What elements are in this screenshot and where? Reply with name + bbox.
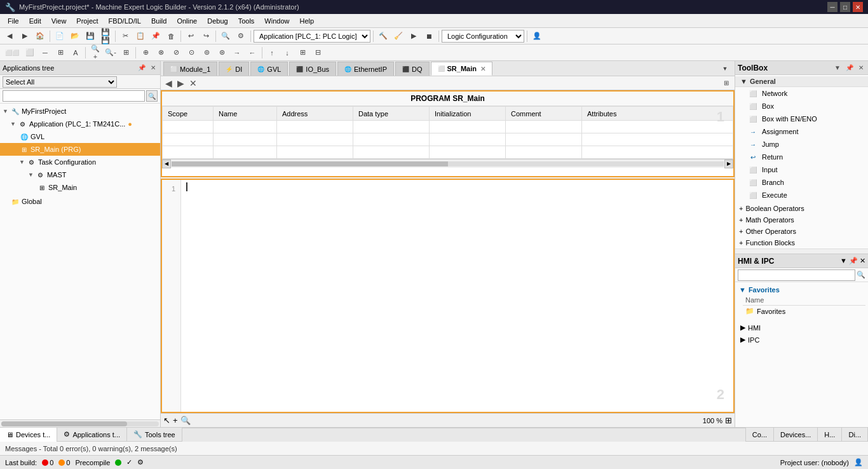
menu-fbd[interactable]: FBD/LD/IL: [104, 16, 146, 26]
zoom-pointer-icon[interactable]: ↖: [163, 416, 170, 425]
toolbox-return[interactable]: ↩ Return: [735, 151, 868, 163]
tb-home[interactable]: 🏠: [33, 29, 47, 43]
tab-close-srmain[interactable]: ✕: [480, 65, 485, 72]
hscroll-left[interactable]: ◀: [162, 160, 171, 168]
tb2-wire[interactable]: ─: [38, 46, 52, 60]
toolbox-vscroll[interactable]: [735, 248, 868, 254]
tab-di[interactable]: ⚡ DI: [219, 62, 249, 76]
tree-item-srmain2[interactable]: ⊞ SR_Main: [0, 181, 160, 194]
zoom-search-icon[interactable]: 🔍: [180, 416, 191, 425]
tb-delete[interactable]: 🗑: [164, 29, 178, 43]
tb2-more9[interactable]: ↑: [265, 46, 279, 60]
favorites-header[interactable]: ▼ Favorites: [738, 285, 865, 295]
tb2-label[interactable]: A: [69, 46, 83, 60]
tab-module1[interactable]: ⬜ Module_1: [163, 62, 217, 76]
var-attr-1[interactable]: [582, 121, 733, 133]
var-comment-1[interactable]: [506, 121, 582, 133]
close-button[interactable]: ✕: [853, 2, 863, 12]
var-scope-1[interactable]: [163, 121, 214, 133]
toolbox-branch[interactable]: ⬜ Branch: [735, 176, 868, 189]
toolbox-boolean-ops[interactable]: + Boolean Operators: [735, 203, 868, 214]
ed-next-btn[interactable]: ▶: [175, 78, 186, 88]
left-panel-pin[interactable]: 📌: [136, 64, 147, 71]
bottom-tab-di2[interactable]: Di...: [842, 428, 868, 442]
tb-save-all[interactable]: 💾💾: [98, 29, 112, 43]
tab-gvl[interactable]: 🌐 GVL: [250, 62, 288, 76]
tb2-zoom-in[interactable]: 🔍+: [88, 46, 102, 60]
hmi-item-ipc[interactable]: ▶ IPC: [735, 334, 868, 346]
tree-search-input[interactable]: [3, 90, 145, 102]
menu-project[interactable]: Project: [71, 16, 103, 26]
tb2-network[interactable]: ⬜⬜: [3, 46, 22, 60]
toolbox-jump[interactable]: → Jump: [735, 138, 868, 151]
tree-item-srmain[interactable]: ⊞ SR_Main (PRG): [0, 143, 160, 156]
tb-open[interactable]: 📂: [68, 29, 82, 43]
bottom-tab-tools[interactable]: 🔧 Tools tree: [127, 428, 182, 442]
left-panel-scrollbar[interactable]: [0, 419, 160, 427]
var-init-3[interactable]: [430, 146, 506, 159]
bottom-tab-devices[interactable]: 🖥 Devices t...: [0, 428, 57, 442]
tb-find[interactable]: 🔍: [219, 29, 233, 43]
left-panel-close[interactable]: ✕: [149, 64, 158, 71]
tb-forward[interactable]: ▶: [18, 29, 32, 43]
tree-item-application[interactable]: ▼ ⚙ Application (PLC_1: TM241C... ●: [0, 118, 160, 130]
toolbox-input[interactable]: ⬜ Input: [735, 163, 868, 176]
toolbox-math-ops[interactable]: + Math Operators: [735, 214, 868, 226]
var-name-3[interactable]: [214, 146, 277, 159]
hmi-item-hmi[interactable]: ▶ HMI: [735, 322, 868, 334]
tb-copy[interactable]: 📋: [133, 29, 147, 43]
tree-item-project[interactable]: ▼ 🔧 MyFirstProject: [0, 105, 160, 118]
toolbox-close-btn[interactable]: ✕: [857, 64, 865, 71]
tab-srmain[interactable]: ⬜ SR_Main ✕: [431, 62, 492, 76]
tb-save[interactable]: 💾: [83, 29, 97, 43]
application-dropdown[interactable]: Application [PLC_1: PLC Logic]: [254, 30, 370, 43]
tab-ethernetip[interactable]: 🌐 EthernetIP: [337, 62, 394, 76]
minimize-button[interactable]: ─: [827, 2, 837, 12]
settings-icon[interactable]: ⚙: [137, 458, 144, 466]
var-type-1[interactable]: [353, 121, 430, 133]
tree-item-mast[interactable]: ▼ ⚙ MAST: [0, 168, 160, 181]
tb2-more5[interactable]: ⊚: [200, 46, 214, 60]
var-addr-1[interactable]: [277, 121, 353, 133]
tb2-more7[interactable]: →: [230, 46, 244, 60]
menu-help[interactable]: Help: [294, 16, 319, 26]
hmi-pin-btn[interactable]: 📌: [849, 257, 858, 264]
bottom-tab-h[interactable]: H...: [818, 428, 842, 442]
hmi-search-input[interactable]: [738, 269, 855, 281]
tb-new[interactable]: 📄: [53, 29, 67, 43]
menu-view[interactable]: View: [46, 16, 72, 26]
zoom-fit-icon[interactable]: ⊞: [725, 416, 732, 425]
logic-config-dropdown[interactable]: Logic Configuration: [442, 30, 524, 43]
tab-dropdown-btn[interactable]: ▼: [718, 62, 732, 76]
tb-paste[interactable]: 📌: [149, 29, 163, 43]
tb-redo[interactable]: ↪: [199, 29, 213, 43]
maximize-button[interactable]: □: [840, 2, 850, 12]
tb2-box[interactable]: ⬜: [23, 46, 37, 60]
var-scope-2[interactable]: [163, 133, 214, 146]
var-comment-2[interactable]: [506, 133, 582, 146]
toolbox-dropdown-btn[interactable]: ▼: [832, 64, 843, 71]
bottom-tab-devices2[interactable]: Devices...: [774, 428, 818, 442]
hmi-close-btn[interactable]: ✕: [860, 257, 865, 264]
tb-run[interactable]: ▶: [407, 29, 421, 43]
tb2-more10[interactable]: ↓: [280, 46, 294, 60]
tb2-more1[interactable]: ⊕: [139, 46, 153, 60]
tb2-more8[interactable]: ←: [245, 46, 259, 60]
tab-dq[interactable]: ⬛ DQ: [395, 62, 430, 76]
var-init-1[interactable]: [430, 121, 506, 133]
tb-user[interactable]: 👤: [530, 29, 544, 43]
toolbox-pin-btn[interactable]: 📌: [844, 64, 855, 71]
var-addr-2[interactable]: [277, 133, 353, 146]
menu-tools[interactable]: Tools: [233, 16, 260, 26]
var-name-1[interactable]: [214, 121, 277, 133]
tb2-more12[interactable]: ⊟: [311, 46, 325, 60]
tb2-more4[interactable]: ⊙: [184, 46, 198, 60]
tb-clean[interactable]: 🧹: [391, 29, 405, 43]
tb2-connect[interactable]: ⊞: [53, 46, 67, 60]
fav-item-favorites[interactable]: 📁 Favorites: [743, 306, 865, 316]
toolbox-assignment[interactable]: → Assignment: [735, 125, 868, 138]
zoom-add-icon[interactable]: +: [173, 416, 178, 425]
ed-close-btn[interactable]: ✕: [187, 78, 199, 88]
tree-search-button[interactable]: 🔍: [146, 90, 158, 102]
tb2-zoom-out[interactable]: 🔍-: [104, 46, 118, 60]
